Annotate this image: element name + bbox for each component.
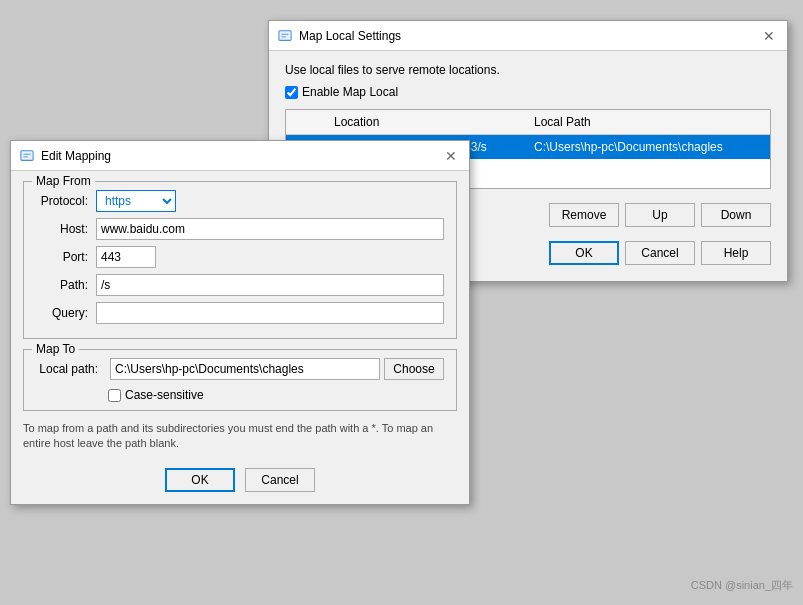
local-path-label: Local path:	[36, 362, 106, 376]
edit-mapping-icon	[19, 148, 35, 164]
map-from-section: Map From Protocol: https http file Host:…	[23, 181, 457, 339]
edit-mapping-buttons: OK Cancel	[11, 460, 469, 504]
col-header-location: Location	[326, 113, 526, 131]
col-header-check	[286, 113, 326, 131]
map-local-help-button[interactable]: Help	[701, 241, 771, 265]
enable-map-local-label: Enable Map Local	[302, 85, 398, 99]
map-local-icon	[277, 28, 293, 44]
row-localpath: C:\Users\hp-pc\Documents\chagles	[526, 138, 770, 156]
path-label: Path:	[36, 278, 96, 292]
map-to-label: Map To	[32, 342, 79, 356]
titlebar-left: Map Local Settings	[277, 28, 401, 44]
edit-mapping-titlebar: Edit Mapping ✕	[11, 141, 469, 171]
map-to-section: Map To Local path: Choose Case-sensitive	[23, 349, 457, 411]
col-header-localpath: Local Path	[526, 113, 770, 131]
path-row: Path:	[36, 274, 444, 296]
map-local-titlebar: Map Local Settings ✕	[269, 21, 787, 51]
edit-mapping-title: Edit Mapping	[41, 149, 111, 163]
map-local-description: Use local files to serve remote location…	[285, 63, 771, 77]
down-button[interactable]: Down	[701, 203, 771, 227]
case-sensitive-label: Case-sensitive	[125, 388, 204, 402]
edit-ok-button[interactable]: OK	[165, 468, 235, 492]
port-input[interactable]	[96, 246, 156, 268]
map-local-close-button[interactable]: ✕	[759, 26, 779, 46]
protocol-row: Protocol: https http file	[36, 190, 444, 212]
protocol-label: Protocol:	[36, 194, 96, 208]
case-sensitive-row: Case-sensitive	[108, 388, 444, 402]
enable-map-local-checkbox[interactable]	[285, 86, 298, 99]
info-text: To map from a path and its subdirectorie…	[23, 421, 457, 452]
query-input[interactable]	[96, 302, 444, 324]
table-header-row: Location Local Path	[286, 110, 770, 135]
up-button[interactable]: Up	[625, 203, 695, 227]
edit-titlebar-left: Edit Mapping	[19, 148, 111, 164]
port-row: Port:	[36, 246, 444, 268]
remove-button[interactable]: Remove	[549, 203, 619, 227]
map-local-title: Map Local Settings	[299, 29, 401, 43]
edit-mapping-dialog: Edit Mapping ✕ Map From Protocol: https …	[10, 140, 470, 505]
edit-mapping-close-button[interactable]: ✕	[441, 146, 461, 166]
choose-button[interactable]: Choose	[384, 358, 444, 380]
edit-cancel-button[interactable]: Cancel	[245, 468, 315, 492]
map-local-ok-button[interactable]: OK	[549, 241, 619, 265]
host-label: Host:	[36, 222, 96, 236]
path-input[interactable]	[96, 274, 444, 296]
watermark: CSDN @sinian_四年	[691, 578, 793, 593]
enable-map-local-row: Enable Map Local	[285, 85, 771, 99]
protocol-select[interactable]: https http file	[96, 190, 176, 212]
port-label: Port:	[36, 250, 96, 264]
local-path-input[interactable]	[110, 358, 380, 380]
local-path-row: Local path: Choose	[36, 358, 444, 380]
svg-rect-0	[279, 30, 291, 40]
host-row: Host:	[36, 218, 444, 240]
query-row: Query:	[36, 302, 444, 324]
case-sensitive-checkbox[interactable]	[108, 389, 121, 402]
query-label: Query:	[36, 306, 96, 320]
host-input[interactable]	[96, 218, 444, 240]
map-from-label: Map From	[32, 174, 95, 188]
svg-rect-1	[21, 150, 33, 160]
map-local-cancel-button[interactable]: Cancel	[625, 241, 695, 265]
